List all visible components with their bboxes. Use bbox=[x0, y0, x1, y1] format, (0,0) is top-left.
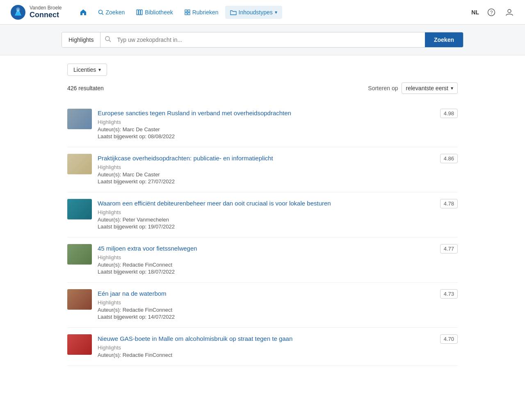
result-title[interactable]: 45 miljoen extra voor fietssnelwegen bbox=[98, 244, 429, 253]
nav-inhoudstypes-label: Inhoudstypes bbox=[239, 9, 273, 16]
svg-point-3 bbox=[16, 7, 20, 11]
sort-chevron-icon: ▾ bbox=[451, 85, 453, 91]
result-datum: Laatst bijgewerkt op: 08/08/2022 bbox=[98, 133, 429, 139]
licenties-label: Licenties bbox=[73, 66, 96, 73]
search-button[interactable]: Zoeken bbox=[425, 32, 463, 47]
nav-bibliotheek-label: Bibliotheek bbox=[145, 9, 173, 16]
brand-name: Vanden Broele bbox=[30, 5, 62, 11]
svg-rect-8 bbox=[141, 10, 142, 15]
result-body: Europese sancties tegen Rusland in verba… bbox=[98, 109, 458, 140]
result-datum: Laatst bijgewerkt op: 19/07/2022 bbox=[98, 224, 429, 230]
svg-point-4 bbox=[98, 10, 102, 14]
result-score: 4.70 bbox=[440, 334, 458, 344]
main-nav: Zoeken Bibliotheek Rubrieken Inhoud bbox=[75, 6, 472, 19]
result-score: 4.98 bbox=[440, 109, 458, 118]
nav-rubrieken[interactable]: Rubrieken bbox=[180, 6, 224, 19]
svg-line-17 bbox=[109, 40, 111, 42]
svg-rect-11 bbox=[185, 13, 187, 15]
result-type: Highlights bbox=[98, 254, 429, 260]
result-type: Highlights bbox=[98, 209, 429, 215]
nav-zoeken-label: Zoeken bbox=[106, 9, 125, 16]
nav-zoeken[interactable]: Zoeken bbox=[93, 6, 130, 19]
search-input[interactable] bbox=[115, 32, 425, 47]
results-list: Europese sancties tegen Rusland in verba… bbox=[67, 102, 458, 366]
result-title[interactable]: Praktijkcase overheidsopdrachten: public… bbox=[98, 154, 429, 162]
language-selector[interactable]: NL bbox=[471, 9, 479, 16]
header: Vanden Broele Connect Zoeken Bibliotheek bbox=[0, 0, 525, 25]
result-body: Praktijkcase overheidsopdrachten: public… bbox=[98, 154, 458, 185]
result-title[interactable]: Waarom een efficiënt debiteurenbeheer me… bbox=[98, 199, 429, 208]
table-row: 45 miljoen extra voor fietssnelwegen Hig… bbox=[67, 237, 458, 283]
svg-text:?: ? bbox=[490, 10, 493, 16]
licenties-chevron-icon: ▾ bbox=[98, 67, 101, 73]
result-score: 4.73 bbox=[440, 289, 458, 299]
search-bar-icon bbox=[105, 36, 111, 42]
help-button[interactable]: ? bbox=[486, 7, 497, 18]
sort-select[interactable]: relevantste eerst ▾ bbox=[402, 82, 458, 94]
result-thumbnail bbox=[67, 199, 92, 219]
table-row: Eén jaar na de waterbom Highlights Auteu… bbox=[67, 283, 458, 328]
result-thumbnail bbox=[67, 154, 92, 174]
result-score: 4.86 bbox=[440, 154, 458, 163]
svg-rect-6 bbox=[137, 10, 138, 15]
result-type: Highlights bbox=[98, 119, 429, 125]
brand-product: Connect bbox=[30, 11, 62, 19]
table-row: Nieuwe GAS-boete in Malle om alcoholmisb… bbox=[67, 328, 458, 366]
svg-rect-12 bbox=[188, 13, 190, 15]
result-datum: Laatst bijgewerkt op: 18/07/2022 bbox=[98, 269, 429, 275]
result-body: Waarom een efficiënt debiteurenbeheer me… bbox=[98, 199, 458, 231]
result-title[interactable]: Nieuwe GAS-boete in Malle om alcoholmisb… bbox=[98, 334, 429, 343]
result-score: 4.78 bbox=[440, 199, 458, 208]
svg-rect-10 bbox=[188, 10, 190, 12]
svg-rect-7 bbox=[139, 10, 140, 15]
result-thumbnail bbox=[67, 334, 92, 355]
logo-icon bbox=[10, 4, 26, 21]
result-datum: Laatst bijgewerkt op: 14/07/2022 bbox=[98, 314, 429, 320]
sort-value: relevantste eerst bbox=[406, 85, 449, 91]
nav-home[interactable] bbox=[75, 6, 91, 19]
result-auteur: Auteur(s): Marc De Caster bbox=[98, 171, 429, 178]
svg-rect-9 bbox=[185, 10, 187, 12]
result-thumbnail bbox=[67, 244, 92, 265]
user-button[interactable] bbox=[504, 7, 515, 18]
svg-line-5 bbox=[102, 13, 103, 15]
nav-right: NL ? bbox=[471, 7, 515, 18]
svg-point-15 bbox=[508, 9, 511, 13]
svg-point-16 bbox=[105, 37, 110, 41]
table-row: Praktijkcase overheidsopdrachten: public… bbox=[67, 147, 458, 192]
result-auteur: Auteur(s): Peter Vanmechelen bbox=[98, 217, 429, 223]
search-tab-highlights[interactable]: Highlights bbox=[62, 32, 100, 47]
result-type: Highlights bbox=[98, 164, 429, 170]
sort-row: Sorteren op relevantste eerst ▾ bbox=[368, 82, 458, 94]
result-body: Eén jaar na de waterbom Highlights Auteu… bbox=[98, 289, 458, 321]
inhoudstypes-chevron-icon: ▾ bbox=[275, 9, 277, 15]
search-icon-wrap bbox=[100, 36, 115, 44]
result-auteur: Auteur(s): Redactie FinConnect bbox=[98, 262, 429, 268]
result-body: Nieuwe GAS-boete in Malle om alcoholmisb… bbox=[98, 334, 458, 359]
result-type: Highlights bbox=[98, 345, 429, 351]
help-icon: ? bbox=[487, 8, 495, 16]
sort-label: Sorteren op bbox=[368, 85, 398, 91]
nav-inhoudstypes[interactable]: Inhoudstypes ▾ bbox=[225, 6, 282, 19]
nav-rubrieken-label: Rubrieken bbox=[192, 9, 219, 16]
content-area: Licenties ▾ 426 resultaten Sorteren op r… bbox=[57, 55, 468, 374]
logo[interactable]: Vanden Broele Connect bbox=[10, 4, 62, 21]
licenties-filter[interactable]: Licenties ▾ bbox=[67, 64, 107, 76]
results-count: 426 resultaten bbox=[67, 85, 104, 91]
filter-row: Licenties ▾ bbox=[67, 64, 458, 76]
result-title[interactable]: Eén jaar na de waterbom bbox=[98, 289, 429, 298]
result-score: 4.77 bbox=[440, 244, 458, 253]
result-auteur: Auteur(s): Marc De Caster bbox=[98, 126, 429, 132]
search-area: Highlights Zoeken bbox=[0, 25, 525, 55]
table-row: Waarom een efficiënt debiteurenbeheer me… bbox=[67, 192, 458, 237]
result-auteur: Auteur(s): Redactie FinConnect bbox=[98, 307, 429, 313]
result-datum: Laatst bijgewerkt op: 27/07/2022 bbox=[98, 178, 429, 185]
table-row: Europese sancties tegen Rusland in verba… bbox=[67, 102, 458, 147]
library-icon bbox=[136, 9, 143, 15]
folder-icon bbox=[230, 9, 237, 15]
results-row: 426 resultaten Sorteren op relevantste e… bbox=[67, 82, 458, 94]
nav-bibliotheek[interactable]: Bibliotheek bbox=[131, 6, 178, 19]
home-icon bbox=[80, 9, 87, 16]
result-thumbnail bbox=[67, 109, 92, 129]
result-title[interactable]: Europese sancties tegen Rusland in verba… bbox=[98, 109, 429, 117]
